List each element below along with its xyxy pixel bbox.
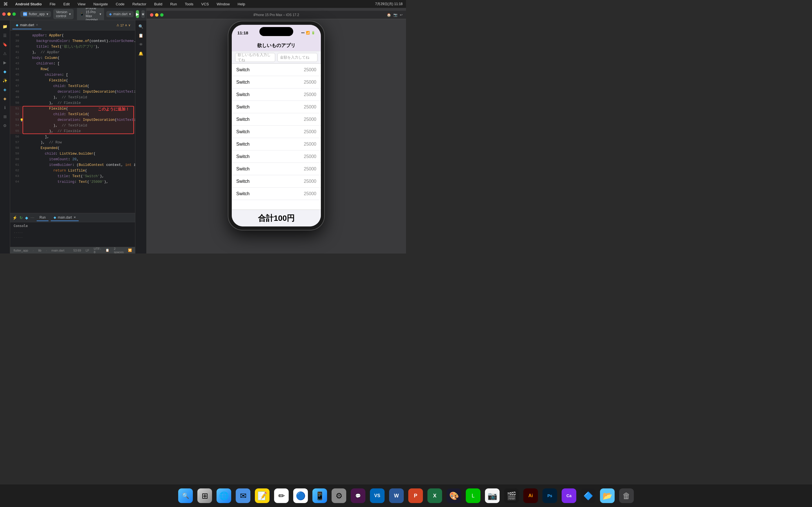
- project-selector[interactable]: FA flutter_app ▾: [20, 11, 51, 17]
- problems-icon[interactable]: ⚠: [1, 50, 9, 57]
- notification-right-icon[interactable]: 🔔: [137, 50, 145, 57]
- run-tab[interactable]: Run: [37, 214, 49, 221]
- file-tab-label: main.dart: [58, 216, 72, 219]
- file-selector[interactable]: ◆ main.dart ▾: [106, 11, 134, 17]
- price-input[interactable]: 金額を入力してね: [277, 53, 317, 62]
- settings-icon[interactable]: ⚙: [1, 122, 9, 129]
- list-item[interactable]: Switch 25000: [232, 64, 321, 76]
- code-line-54: 54 ), // TextField: [10, 123, 135, 128]
- info-icon[interactable]: ℹ: [1, 104, 9, 112]
- sim-close[interactable]: [150, 13, 153, 17]
- code-line-64: 64 trailing: Text('25000'),: [10, 179, 135, 185]
- list-item[interactable]: Switch 25000: [232, 163, 321, 175]
- code-line-44: 44 Row(: [10, 66, 135, 72]
- tab-main-dart[interactable]: ◆ main.dart ✕: [12, 21, 42, 29]
- list-item[interactable]: Switch 25000: [232, 113, 321, 126]
- flutter-icon[interactable]: ◆: [1, 68, 9, 75]
- iphone-status-bar: 11:18 ••• 📶 🔋: [232, 25, 321, 37]
- menu-code[interactable]: Code: [114, 1, 126, 7]
- sim-minimize[interactable]: [155, 13, 158, 17]
- version-control-label: Version control: [56, 10, 67, 18]
- code-line-55: 55 ), // Flexible: [10, 128, 135, 134]
- code-line-50: 50 ), // Flexible: [10, 100, 135, 106]
- nav-up-icon[interactable]: ∧: [125, 23, 127, 27]
- app-footer: 合計100円: [232, 210, 321, 226]
- menu-help[interactable]: Help: [236, 1, 247, 7]
- file-run-tab[interactable]: ◆ main.dart ✕: [51, 214, 79, 221]
- close-button[interactable]: [2, 12, 6, 16]
- list-item[interactable]: Switch 25000: [232, 187, 321, 200]
- ai-icon[interactable]: ✨: [1, 76, 9, 84]
- nav-down-icon[interactable]: ∨: [128, 23, 131, 27]
- menu-android-studio[interactable]: Android Studio: [13, 1, 43, 7]
- project-icon: FA: [23, 12, 27, 16]
- list-item[interactable]: Switch 25000: [232, 138, 321, 151]
- rebuild-icon[interactable]: ↻: [19, 216, 23, 220]
- error-count: 17: [120, 24, 124, 27]
- code-content[interactable]: 38 appBar: AppBar( 39 backgroundColor: T…: [10, 31, 135, 213]
- console-area: Console ..... .....: [10, 222, 135, 247]
- charset: UTF-8: [94, 247, 101, 254]
- file-tab-close[interactable]: ✕: [73, 216, 76, 219]
- menu-build[interactable]: Build: [153, 1, 164, 7]
- apple-menu[interactable]: ⌘: [3, 1, 8, 7]
- maximize-button[interactable]: [12, 12, 16, 16]
- menu-refactor[interactable]: Refactor: [131, 1, 148, 7]
- run-icon[interactable]: ▶: [1, 59, 9, 66]
- menu-view[interactable]: View: [76, 1, 87, 7]
- bookmarks-icon[interactable]: 🔖: [1, 41, 9, 48]
- wifi-icon: 📶: [306, 31, 310, 35]
- sim-rotate-icon[interactable]: ↩: [400, 13, 403, 17]
- list-item[interactable]: Switch 25000: [232, 126, 321, 138]
- menu-window[interactable]: Window: [215, 1, 232, 7]
- indent-info: 📋: [105, 248, 109, 252]
- git-icon[interactable]: ◈: [1, 86, 9, 94]
- menu-tools[interactable]: Tools: [183, 1, 195, 7]
- code-line-58: 58 Expanded(: [10, 145, 135, 151]
- menu-file[interactable]: File: [48, 1, 57, 7]
- lightbulb-icon[interactable]: 💡: [20, 118, 24, 123]
- list-item[interactable]: Switch 25000: [232, 101, 321, 113]
- code-line-42: 42 body: Column(: [10, 55, 135, 61]
- code-line-62: 62 return ListTile(: [10, 168, 135, 173]
- item-input-hint: 欲しいものを入力してね: [238, 52, 273, 62]
- item-input[interactable]: 欲しいものを入力してね: [235, 53, 275, 62]
- menu-run[interactable]: Run: [168, 1, 179, 7]
- sim-home-icon[interactable]: 🏠: [387, 13, 391, 17]
- terminal-icon[interactable]: ⊞: [1, 113, 9, 121]
- star-button[interactable]: ★: [141, 10, 145, 18]
- list-item[interactable]: Switch 25000: [232, 76, 321, 89]
- device-icon: 📱: [80, 12, 84, 16]
- code-line-41: 41 ), // AppBar: [10, 50, 135, 55]
- app-content: 欲しいものを入力してね 金額を入力してね Switch 25000: [232, 51, 321, 210]
- sim-screenshot-icon[interactable]: 📷: [393, 13, 398, 17]
- vcs-icon[interactable]: 📋: [137, 32, 145, 40]
- sim-maximize[interactable]: [160, 13, 163, 17]
- version-control-selector[interactable]: Version control ▾: [53, 9, 73, 19]
- more-dots-icon[interactable]: ⋯: [31, 216, 35, 220]
- dart-icon: ◆: [16, 23, 18, 27]
- code-line-59: 59 child: ListView.builder(: [10, 151, 135, 157]
- git-icon-2[interactable]: ◈: [1, 95, 9, 103]
- tab-close-button[interactable]: ✕: [36, 23, 38, 26]
- preview-icon[interactable]: 👁: [137, 41, 145, 48]
- run-button[interactable]: ▶: [136, 10, 139, 18]
- minimize-button[interactable]: [7, 12, 11, 16]
- scope-icon[interactable]: 🔍: [137, 22, 145, 31]
- main-container: FA flutter_app ▾ Version control ▾ 📱 iPh…: [0, 8, 406, 253]
- project-tree-icon[interactable]: 📁: [1, 22, 9, 31]
- sim-title: iPhone 15 Pro Max – iOS 17.2: [253, 13, 299, 17]
- simulator-panel: iPhone 15 Pro Max – iOS 17.2 🏠 📷 ↩ 11:18…: [147, 8, 406, 253]
- list-item[interactable]: Switch 25000: [232, 175, 321, 187]
- traffic-lights: [2, 12, 16, 16]
- run-status-icon: ⚡: [12, 216, 17, 220]
- list-item[interactable]: Switch 25000: [232, 151, 321, 163]
- code-line-48: 48 decoration: InputDecoration(hintText:…: [10, 89, 135, 95]
- list-item[interactable]: Switch 25000: [232, 89, 321, 101]
- status-bar: flutter_app › lib › main.dart 53:69 LF U…: [10, 247, 135, 253]
- menu-edit[interactable]: Edit: [62, 1, 71, 7]
- menu-navigate[interactable]: Navigate: [92, 1, 109, 7]
- menu-vcs[interactable]: VCS: [200, 1, 211, 7]
- structure-icon[interactable]: ☰: [1, 32, 9, 40]
- menubar-date: 7月29日(月) 11:18: [375, 2, 403, 6]
